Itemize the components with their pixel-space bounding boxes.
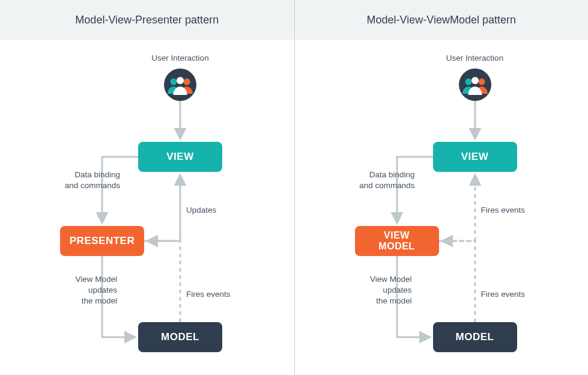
- mvvm-column: Model-View-ViewModel pattern User Intera…: [294, 0, 589, 375]
- label-data-binding: Data bindingand commands: [48, 169, 120, 191]
- mvp-title: Model-View-Presenter pattern: [0, 0, 294, 40]
- label-fires-events: Fires events: [481, 289, 526, 300]
- mvvm-title: Model-View-ViewModel pattern: [295, 0, 589, 40]
- svg-point-11: [471, 77, 479, 84]
- label-fires-events: Fires events: [186, 289, 231, 300]
- label-vm-updates: View Modelupdatesthe model: [340, 274, 412, 307]
- box-view: VIEW: [138, 142, 222, 172]
- box-model: MODEL: [138, 322, 222, 352]
- label-user-interaction: User Interaction: [147, 53, 213, 64]
- label-user-interaction: User Interaction: [442, 53, 508, 64]
- svg-point-9: [465, 79, 471, 85]
- svg-point-5: [177, 77, 184, 84]
- label-updates: Fires events: [481, 205, 526, 216]
- svg-point-10: [478, 79, 485, 85]
- box-middle: VIEWMODEL: [355, 226, 439, 256]
- mvp-column: Model-View-Presenter pattern User Intera…: [0, 0, 294, 375]
- svg-point-8: [459, 69, 491, 101]
- box-middle: PRESENTER: [60, 226, 144, 256]
- svg-point-4: [184, 79, 190, 85]
- label-vm-updates: View Modelupdatesthe model: [45, 274, 117, 307]
- users-icon: [164, 69, 196, 101]
- label-updates: Updates: [186, 205, 216, 216]
- users-icon: [459, 69, 491, 101]
- svg-point-3: [171, 79, 177, 85]
- box-view: VIEW: [433, 142, 517, 172]
- box-model: MODEL: [433, 322, 517, 352]
- label-data-binding: Data bindingand commands: [343, 169, 415, 191]
- svg-point-2: [164, 69, 196, 101]
